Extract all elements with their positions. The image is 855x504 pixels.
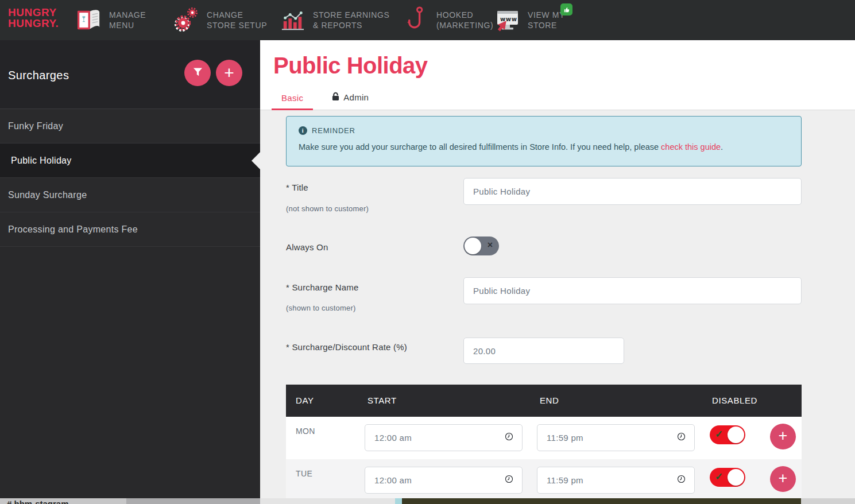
sidebar-surcharges: Surcharges + Funky Friday Public Holiday…	[0, 40, 260, 498]
nav-label: STORE EARNINGS	[313, 10, 389, 20]
check-icon: ✓	[715, 428, 723, 440]
toggle-knob	[465, 238, 481, 254]
toggle-knob	[728, 427, 744, 443]
schedule-table: DAY START END DISABLED MON 12:00 am 11:5…	[286, 385, 802, 498]
top-nav: HUNGRY HUNGRY. MANAGE MENU	[0, 0, 855, 40]
sidebar-item-label: Funky Friday	[8, 121, 63, 131]
surcharge-name-input[interactable]	[463, 277, 802, 304]
info-icon: i	[299, 126, 307, 135]
nav-item-change-store-setup[interactable]: CHANGE STORE SETUP	[174, 0, 267, 40]
surcharge-name-hint: (shown to customer)	[286, 304, 356, 312]
sidebar-item-label: Sunday Surcharge	[8, 190, 87, 200]
nav-label: HOOKED	[436, 10, 493, 20]
add-surcharge-button[interactable]: +	[216, 60, 242, 86]
schedule-table-header: DAY START END DISABLED	[286, 385, 802, 417]
end-time-input[interactable]: 11:59 pm	[537, 467, 695, 494]
plus-icon: +	[779, 428, 788, 444]
always-on-label: Always On	[286, 242, 328, 252]
reminder-text: Make sure you add your surcharge to all …	[299, 142, 789, 152]
plus-icon: +	[224, 64, 234, 82]
end-time-value: 11:59 pm	[547, 433, 583, 443]
tab-admin[interactable]: Admin	[322, 85, 378, 110]
always-on-toggle[interactable]: ×	[463, 237, 499, 255]
tab-bar: Basic Admin	[272, 85, 378, 110]
brand-logo[interactable]: HUNGRY HUNGRY.	[8, 7, 59, 29]
nav-label: STORE	[528, 20, 565, 30]
nav-label: MENU	[109, 20, 146, 30]
strip-segment	[801, 498, 855, 504]
add-row-button[interactable]: +	[770, 424, 796, 449]
nav-label: (MARKETING)	[436, 20, 493, 30]
filter-button[interactable]	[184, 60, 211, 86]
strip-segment	[402, 498, 801, 504]
reminder-text-before: Make sure you add your surcharge to all …	[299, 142, 661, 152]
rate-input[interactable]	[463, 338, 624, 364]
gears-icon	[174, 6, 199, 34]
svg-text:www: www	[500, 16, 517, 22]
start-time-value: 12:00 am	[374, 433, 412, 443]
main-panel: Public Holiday Basic Admin i REMINDER	[260, 40, 855, 498]
selected-item-arrow	[252, 152, 260, 169]
schedule-row-mon: MON 12:00 am 11:59 pm ✓ +	[286, 417, 802, 459]
toggle-x-icon: ×	[488, 240, 493, 250]
background-window-strip: # hhm-stagram	[0, 498, 855, 504]
reminder-banner: i REMINDER Make sure you add your surcha…	[286, 116, 802, 166]
end-time-value: 11:59 pm	[547, 475, 583, 485]
tab-basic-label: Basic	[281, 93, 303, 103]
strip-segment	[126, 498, 260, 504]
col-header-end: END	[540, 396, 559, 405]
rate-label: * Surcharge/Discount Rate (%)	[286, 342, 407, 352]
nav-label: & REPORTS	[313, 20, 389, 30]
day-cell: MON	[296, 427, 315, 436]
nav-label: CHANGE	[207, 10, 267, 20]
nav-item-store-earnings-reports[interactable]: STORE EARNINGS & REPORTS	[280, 0, 389, 40]
nav-item-manage-menu[interactable]: MANAGE MENU	[76, 0, 146, 40]
sidebar-header: Surcharges +	[0, 40, 260, 109]
plus-icon: +	[779, 471, 788, 486]
sidebar-item-label: Public Holiday	[11, 156, 72, 166]
menu-book-icon	[76, 6, 102, 34]
lock-icon	[332, 92, 339, 103]
add-row-button[interactable]: +	[770, 466, 796, 492]
start-time-input[interactable]: 12:00 am	[365, 467, 523, 494]
sidebar-item-public-holiday[interactable]: Public Holiday	[0, 144, 260, 178]
reminder-text-suffix: .	[721, 142, 723, 152]
clock-icon	[505, 475, 513, 486]
clock-icon	[677, 475, 686, 486]
end-time-input[interactable]: 11:59 pm	[537, 424, 695, 451]
bar-chart-icon	[280, 6, 305, 34]
title-hint: (not shown to customer)	[286, 204, 369, 213]
col-header-day: DAY	[296, 396, 314, 405]
col-header-start: START	[367, 396, 397, 405]
check-icon: ✓	[715, 471, 723, 483]
page-title: Public Holiday	[273, 53, 428, 79]
nav-label: STORE SETUP	[207, 20, 267, 30]
sidebar-item-funky-friday[interactable]: Funky Friday	[0, 109, 260, 144]
sidebar-title: Surcharges	[8, 69, 69, 82]
nav-item-view-my-store[interactable]: www VIEW MY STORE	[495, 0, 565, 40]
nav-label: MANAGE	[109, 10, 146, 20]
tab-admin-label: Admin	[343, 92, 369, 102]
clock-icon	[505, 432, 513, 443]
nav-item-hooked-marketing[interactable]: HOOKED (MARKETING)	[404, 0, 493, 40]
sidebar-item-label: Processing and Payments Fee	[8, 224, 138, 235]
hook-icon	[404, 6, 429, 34]
schedule-row-tue: TUE 12:00 am 11:59 pm ✓ +	[286, 459, 802, 498]
funnel-icon	[192, 67, 203, 79]
title-input[interactable]	[463, 178, 802, 205]
surcharge-name-label: * Surcharge Name	[286, 282, 359, 292]
start-time-input[interactable]: 12:00 am	[365, 424, 523, 451]
sidebar-item-sunday-surcharge[interactable]: Sunday Surcharge	[0, 178, 260, 212]
toggle-knob	[728, 469, 744, 486]
reminder-heading: REMINDER	[312, 126, 355, 135]
title-label: * Title	[286, 183, 308, 192]
disabled-toggle[interactable]: ✓	[710, 468, 745, 487]
tab-basic[interactable]: Basic	[272, 86, 313, 110]
check-this-guide-link[interactable]: check this guide	[661, 142, 721, 152]
strip-segment	[395, 498, 402, 504]
monitor-www-icon: www	[495, 6, 520, 34]
day-cell: TUE	[296, 469, 312, 478]
sidebar-item-processing-payments-fee[interactable]: Processing and Payments Fee	[0, 212, 260, 247]
disabled-toggle[interactable]: ✓	[710, 425, 745, 444]
thumbs-up-badge	[560, 3, 572, 15]
